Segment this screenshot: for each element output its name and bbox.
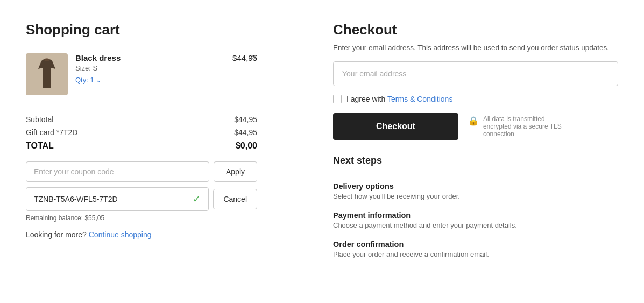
- check-icon: ✓: [193, 193, 201, 205]
- product-size: Size: S: [75, 64, 225, 72]
- lock-icon: 🔒: [468, 116, 479, 126]
- next-steps-list: Delivery options Select how you'll be re…: [333, 182, 618, 258]
- email-input[interactable]: [333, 61, 618, 86]
- next-step-name: Payment information: [333, 211, 618, 220]
- coupon-input-row: Apply: [26, 161, 257, 182]
- product-name: Black dress: [75, 53, 225, 62]
- svg-point-0: [44, 58, 49, 61]
- gift-card-value: –$44,95: [230, 128, 257, 137]
- checkout-panel: Checkout Enter your email address. This …: [333, 22, 618, 281]
- gift-card-field: ✓: [26, 187, 209, 211]
- gift-card-row: Gift card *7T2D –$44,95: [26, 128, 257, 137]
- cart-summary: Subtotal $44,95 Gift card *7T2D –$44,95 …: [26, 115, 257, 151]
- coupon-section: Apply ✓ Cancel Remaining balance: $55,05: [26, 161, 257, 222]
- checkout-action-row: Checkout 🔒 All data is transmitted encry…: [333, 113, 618, 140]
- secure-text: All data is transmitted encrypted via a …: [483, 115, 565, 138]
- product-image: [26, 53, 68, 95]
- looking-for-more-text: Looking for more?: [26, 230, 87, 239]
- cancel-button[interactable]: Cancel: [213, 189, 257, 209]
- next-step-item: Order confirmation Place your order and …: [333, 240, 618, 258]
- cart-title: Shopping cart: [26, 22, 257, 38]
- next-step-name: Order confirmation: [333, 240, 618, 249]
- coupon-input[interactable]: [26, 161, 209, 182]
- subtotal-label: Subtotal: [26, 115, 53, 124]
- terms-link[interactable]: Terms & Conditions: [387, 95, 452, 103]
- subtotal-row: Subtotal $44,95: [26, 115, 257, 124]
- cart-item: Black dress Size: S Qty: 1 ⌄ $44,95 ✕: [26, 53, 257, 105]
- next-step-desc: Choose a payment method and enter your p…: [333, 221, 618, 229]
- continue-shopping-link[interactable]: Continue shopping: [89, 230, 152, 239]
- gift-card-input-row: ✓ Cancel: [26, 187, 257, 211]
- total-value: $0,00: [236, 141, 257, 151]
- next-step-item: Payment information Choose a payment met…: [333, 211, 618, 229]
- continue-shopping-row: Looking for more? Continue shopping: [26, 230, 257, 239]
- gift-card-input[interactable]: [34, 195, 189, 203]
- gift-card-label: Gift card *7T2D: [26, 128, 77, 137]
- checkout-description: Enter your email address. This address w…: [333, 44, 618, 52]
- remaining-balance: Remaining balance: $55,05: [26, 214, 257, 222]
- subtotal-value: $44,95: [234, 115, 257, 124]
- shopping-cart-panel: Shopping cart Black dress Size: S Qty: 1…: [26, 22, 257, 281]
- section-divider: [295, 22, 295, 281]
- cart-item-details: Black dress Size: S Qty: 1 ⌄: [75, 53, 225, 84]
- apply-button[interactable]: Apply: [214, 161, 257, 182]
- next-step-name: Delivery options: [333, 182, 618, 191]
- secure-info: 🔒 All data is transmitted encrypted via …: [468, 115, 565, 138]
- terms-row: I agree with Terms & Conditions: [333, 95, 618, 103]
- next-step-desc: Select how you'll be receiving your orde…: [333, 192, 618, 200]
- checkout-title: Checkout: [333, 22, 618, 38]
- total-row: TOTAL $0,00: [26, 141, 257, 151]
- total-label: TOTAL: [26, 141, 54, 151]
- next-step-item: Delivery options Select how you'll be re…: [333, 182, 618, 200]
- terms-checkbox[interactable]: [333, 95, 342, 103]
- next-step-desc: Place your order and receive a confirmat…: [333, 250, 618, 258]
- remove-item-button[interactable]: ✕: [250, 53, 257, 62]
- next-steps-title: Next steps: [333, 155, 618, 173]
- qty-selector[interactable]: Qty: 1 ⌄: [75, 76, 102, 84]
- terms-text: I agree with Terms & Conditions: [346, 95, 452, 103]
- checkout-button[interactable]: Checkout: [333, 113, 458, 140]
